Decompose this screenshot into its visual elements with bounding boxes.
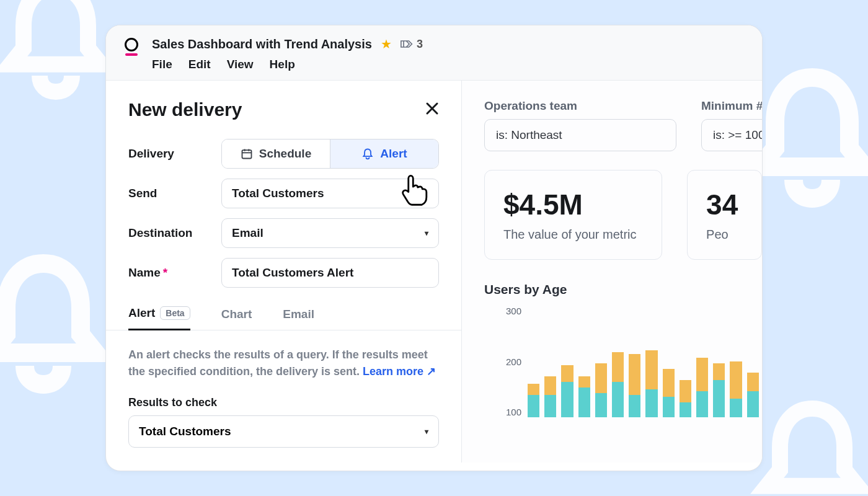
results-select[interactable]: Total Customers ▾ [128, 415, 439, 448]
menu-file[interactable]: File [152, 58, 172, 71]
metric-subtitle: The value of your metric [503, 228, 643, 242]
topbar: Sales Dashboard with Trend Analysis ★ 3 … [106, 25, 762, 81]
metric-card-2[interactable]: 34 Peo [687, 170, 762, 260]
chart-bar [612, 352, 624, 417]
chevron-down-icon: ▾ [425, 427, 428, 436]
destination-value: Email [232, 226, 264, 240]
metric-subtitle: Peo [706, 228, 743, 242]
chart-bar [544, 376, 556, 417]
document-title[interactable]: Sales Dashboard with Trend Analysis [152, 37, 372, 51]
chart-bar [713, 363, 725, 417]
filter-operations-label: Operations team [484, 99, 676, 113]
label-delivery: Delivery [128, 147, 221, 161]
svg-rect-0 [242, 150, 251, 158]
chart-users-by-age[interactable]: Users by Age 300 200 100 [484, 282, 762, 417]
close-button[interactable] [425, 100, 439, 120]
destination-select[interactable]: Email ▾ [221, 218, 439, 248]
learn-more-link[interactable]: Learn more ↗ [363, 365, 436, 378]
metric-value: $4.5M [503, 188, 643, 221]
menu-view[interactable]: View [227, 58, 254, 71]
chart-bar [747, 373, 759, 417]
label-send: Send [128, 187, 221, 200]
name-input[interactable]: Total Customers Alert [221, 258, 439, 288]
alert-description: An alert checks the results of a query. … [128, 347, 439, 380]
dialog-title: New delivery [128, 99, 242, 120]
alert-tab[interactable]: Alert [330, 140, 438, 168]
calendar-icon [241, 148, 253, 160]
chevron-down-icon: ▾ [425, 229, 428, 237]
chart-bar [528, 384, 539, 417]
chart-bar [595, 363, 607, 417]
chart-bar [680, 380, 691, 417]
tags-icon [401, 40, 413, 48]
subtabs: Alert Beta Chart Email [106, 306, 461, 330]
filter-operations-value[interactable]: is: Northeast [484, 119, 676, 151]
app-logo-icon [125, 38, 138, 51]
app-window: Sales Dashboard with Trend Analysis ★ 3 … [105, 25, 763, 471]
chart-bar [663, 369, 675, 417]
send-select[interactable]: Total Customers [221, 179, 439, 208]
results-value: Total Customers [139, 425, 231, 438]
chart-y-axis: 300 200 100 [484, 306, 521, 417]
chart-bar [578, 376, 590, 417]
chart-bar [561, 365, 573, 417]
filter-minimum-label: Minimum # [701, 99, 762, 113]
chart-bar [730, 361, 742, 417]
star-icon[interactable]: ★ [381, 37, 392, 51]
metric-card-1[interactable]: $4.5M The value of your metric [484, 170, 662, 260]
dashboard-canvas: Operations team is: Northeast Minimum # … [462, 81, 762, 463]
alert-tab-label: Alert [380, 147, 407, 161]
menu-help[interactable]: Help [270, 58, 295, 71]
close-icon [425, 102, 439, 115]
subtab-email[interactable]: Email [283, 306, 314, 330]
delivery-mode-toggle: Schedule Alert [221, 139, 439, 169]
name-value: Total Customers Alert [232, 266, 353, 280]
label-name: Name* [128, 266, 221, 280]
chart-bar [696, 358, 708, 417]
tag-count-value: 3 [417, 38, 423, 51]
subtab-alert-label: Alert [128, 306, 155, 320]
menu-bar: File Edit View Help [152, 58, 423, 71]
schedule-tab-label: Schedule [259, 147, 311, 161]
delivery-dialog: New delivery Delivery Schedule Alert [106, 81, 462, 463]
schedule-tab[interactable]: Schedule [222, 140, 330, 168]
chart-bar [629, 354, 640, 417]
beta-badge: Beta [160, 306, 190, 320]
chart-plot-area [528, 306, 762, 417]
chart-title: Users by Age [484, 282, 762, 297]
send-value: Total Customers [232, 187, 324, 200]
label-destination: Destination [128, 226, 221, 240]
menu-edit[interactable]: Edit [188, 58, 211, 71]
metric-value: 34 [706, 188, 743, 221]
filter-minimum-value[interactable]: is: >= 100 [701, 119, 762, 151]
subtab-chart[interactable]: Chart [221, 306, 252, 330]
bell-icon [361, 148, 374, 160]
chart-bar [645, 350, 657, 417]
subtab-alert[interactable]: Alert Beta [128, 306, 190, 330]
tag-count[interactable]: 3 [401, 38, 423, 51]
results-label: Results to check [128, 396, 439, 409]
